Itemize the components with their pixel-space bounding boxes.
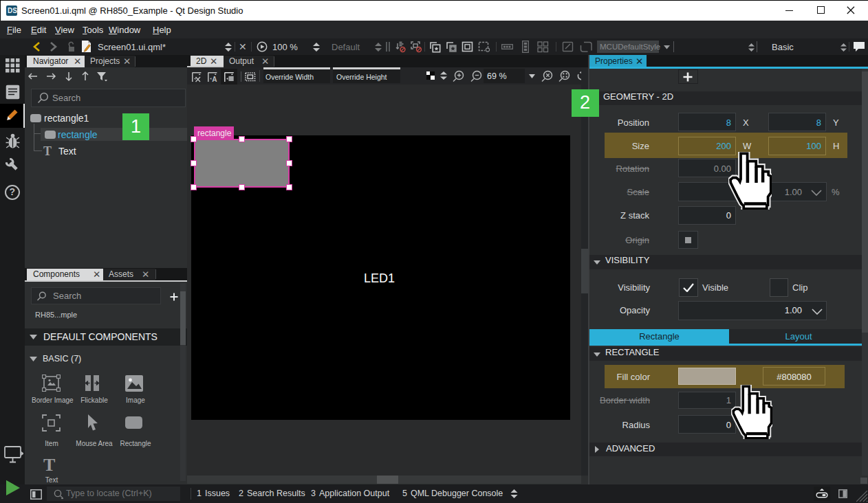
svg-text:A: A — [212, 76, 217, 82]
